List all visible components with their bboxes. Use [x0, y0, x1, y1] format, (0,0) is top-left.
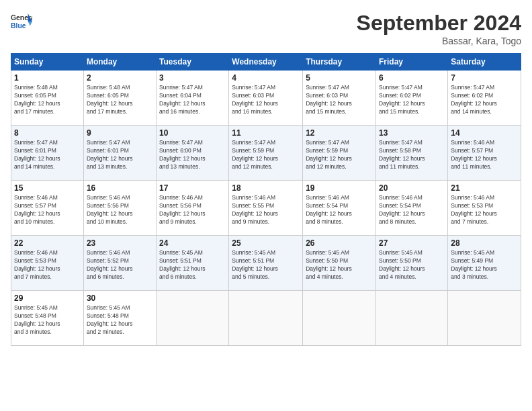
day-number: 16: [87, 183, 153, 193]
day-number: 1: [14, 73, 81, 83]
day-info: Sunrise: 5:46 AMSunset: 5:53 PMDaylight:…: [451, 194, 518, 226]
calendar-cell: 1Sunrise: 5:48 AMSunset: 6:05 PMDaylight…: [11, 71, 84, 126]
day-info: Sunrise: 5:46 AMSunset: 5:57 PMDaylight:…: [14, 194, 81, 226]
day-info: Sunrise: 5:46 AMSunset: 5:56 PMDaylight:…: [159, 194, 226, 226]
col-saturday: Saturday: [448, 54, 521, 71]
calendar-cell: 3Sunrise: 5:47 AMSunset: 6:04 PMDaylight…: [157, 71, 229, 126]
day-info: Sunrise: 5:45 AMSunset: 5:48 PMDaylight:…: [87, 304, 153, 336]
day-number: 27: [379, 238, 445, 248]
day-number: 26: [306, 238, 373, 248]
calendar-cell: 27Sunrise: 5:45 AMSunset: 5:50 PMDayligh…: [376, 236, 448, 291]
day-info: Sunrise: 5:48 AMSunset: 6:05 PMDaylight:…: [14, 84, 81, 116]
day-info: Sunrise: 5:45 AMSunset: 5:49 PMDaylight:…: [451, 249, 518, 281]
svg-marker-3: [28, 21, 32, 26]
calendar-cell: 9Sunrise: 5:47 AMSunset: 6:01 PMDaylight…: [83, 126, 156, 181]
calendar-cell: 4Sunrise: 5:47 AMSunset: 6:03 PMDaylight…: [229, 71, 303, 126]
day-number: 3: [159, 73, 226, 83]
logo-icon: General Blue: [11, 11, 32, 32]
day-number: 14: [451, 128, 518, 138]
calendar-cell: 24Sunrise: 5:45 AMSunset: 5:51 PMDayligh…: [157, 236, 229, 291]
header: General Blue September 2024 Bassar, Kara…: [11, 11, 521, 46]
day-number: 15: [14, 183, 81, 193]
calendar-cell: 21Sunrise: 5:46 AMSunset: 5:53 PMDayligh…: [448, 181, 521, 236]
day-number: 13: [379, 128, 445, 138]
day-info: Sunrise: 5:47 AMSunset: 6:03 PMDaylight:…: [306, 84, 373, 116]
day-number: 19: [306, 183, 373, 193]
day-number: 29: [14, 293, 81, 303]
calendar-cell: 25Sunrise: 5:45 AMSunset: 5:51 PMDayligh…: [229, 236, 303, 291]
day-number: 22: [14, 238, 81, 248]
day-number: 11: [232, 128, 300, 138]
calendar-cell: 19Sunrise: 5:46 AMSunset: 5:54 PMDayligh…: [303, 181, 376, 236]
col-sunday: Sunday: [11, 54, 84, 71]
day-info: Sunrise: 5:47 AMSunset: 6:02 PMDaylight:…: [379, 84, 445, 116]
day-number: 6: [379, 73, 445, 83]
day-info: Sunrise: 5:47 AMSunset: 5:58 PMDaylight:…: [379, 139, 445, 171]
day-number: 9: [87, 128, 153, 138]
day-number: 4: [232, 73, 300, 83]
logo: General Blue: [11, 11, 32, 32]
calendar-cell: 18Sunrise: 5:46 AMSunset: 5:55 PMDayligh…: [229, 181, 303, 236]
day-info: Sunrise: 5:46 AMSunset: 5:56 PMDaylight:…: [87, 194, 153, 226]
col-friday: Friday: [376, 54, 448, 71]
day-number: 12: [306, 128, 373, 138]
calendar-cell: 10Sunrise: 5:47 AMSunset: 6:00 PMDayligh…: [157, 126, 229, 181]
day-number: 20: [379, 183, 445, 193]
calendar-week-1: 1Sunrise: 5:48 AMSunset: 6:05 PMDaylight…: [11, 71, 521, 126]
calendar-cell: [448, 291, 521, 346]
calendar-cell: 30Sunrise: 5:45 AMSunset: 5:48 PMDayligh…: [83, 291, 156, 346]
calendar-cell: [157, 291, 229, 346]
day-number: 8: [14, 128, 81, 138]
day-info: Sunrise: 5:46 AMSunset: 5:57 PMDaylight:…: [451, 139, 518, 171]
calendar-cell: 26Sunrise: 5:45 AMSunset: 5:50 PMDayligh…: [303, 236, 376, 291]
calendar-header-row: Sunday Monday Tuesday Wednesday Thursday…: [11, 54, 521, 71]
day-info: Sunrise: 5:47 AMSunset: 6:01 PMDaylight:…: [87, 139, 153, 171]
calendar-cell: 8Sunrise: 5:47 AMSunset: 6:01 PMDaylight…: [11, 126, 84, 181]
day-number: 5: [306, 73, 373, 83]
calendar-cell: 6Sunrise: 5:47 AMSunset: 6:02 PMDaylight…: [376, 71, 448, 126]
page: General Blue September 2024 Bassar, Kara…: [0, 0, 532, 411]
day-number: 10: [159, 128, 226, 138]
day-info: Sunrise: 5:47 AMSunset: 6:02 PMDaylight:…: [451, 84, 518, 116]
day-number: 30: [87, 293, 153, 303]
col-thursday: Thursday: [303, 54, 376, 71]
col-monday: Monday: [83, 54, 156, 71]
calendar-cell: [303, 291, 376, 346]
day-info: Sunrise: 5:45 AMSunset: 5:48 PMDaylight:…: [14, 304, 81, 336]
calendar-cell: 28Sunrise: 5:45 AMSunset: 5:49 PMDayligh…: [448, 236, 521, 291]
calendar-cell: 22Sunrise: 5:46 AMSunset: 5:53 PMDayligh…: [11, 236, 84, 291]
svg-text:Blue: Blue: [11, 22, 26, 30]
day-info: Sunrise: 5:45 AMSunset: 5:51 PMDaylight:…: [232, 249, 300, 281]
calendar-cell: 5Sunrise: 5:47 AMSunset: 6:03 PMDaylight…: [303, 71, 376, 126]
calendar-cell: 13Sunrise: 5:47 AMSunset: 5:58 PMDayligh…: [376, 126, 448, 181]
day-info: Sunrise: 5:46 AMSunset: 5:54 PMDaylight:…: [306, 194, 373, 226]
day-number: 28: [451, 238, 518, 248]
day-number: 24: [159, 238, 226, 248]
day-info: Sunrise: 5:46 AMSunset: 5:52 PMDaylight:…: [87, 249, 153, 281]
col-wednesday: Wednesday: [229, 54, 303, 71]
day-info: Sunrise: 5:47 AMSunset: 5:59 PMDaylight:…: [232, 139, 300, 171]
calendar: Sunday Monday Tuesday Wednesday Thursday…: [11, 53, 521, 346]
calendar-cell: 23Sunrise: 5:46 AMSunset: 5:52 PMDayligh…: [83, 236, 156, 291]
calendar-week-4: 22Sunrise: 5:46 AMSunset: 5:53 PMDayligh…: [11, 236, 521, 291]
day-info: Sunrise: 5:45 AMSunset: 5:50 PMDaylight:…: [306, 249, 373, 281]
title-block: September 2024 Bassar, Kara, Togo: [357, 11, 521, 46]
col-tuesday: Tuesday: [157, 54, 229, 71]
calendar-cell: 20Sunrise: 5:46 AMSunset: 5:54 PMDayligh…: [376, 181, 448, 236]
day-number: 2: [87, 73, 153, 83]
day-number: 23: [87, 238, 153, 248]
day-number: 25: [232, 238, 300, 248]
location: Bassar, Kara, Togo: [357, 36, 521, 46]
calendar-week-3: 15Sunrise: 5:46 AMSunset: 5:57 PMDayligh…: [11, 181, 521, 236]
day-number: 7: [451, 73, 518, 83]
day-info: Sunrise: 5:45 AMSunset: 5:51 PMDaylight:…: [159, 249, 226, 281]
day-info: Sunrise: 5:47 AMSunset: 6:00 PMDaylight:…: [159, 139, 226, 171]
calendar-cell: 14Sunrise: 5:46 AMSunset: 5:57 PMDayligh…: [448, 126, 521, 181]
day-info: Sunrise: 5:47 AMSunset: 6:04 PMDaylight:…: [159, 84, 226, 116]
day-info: Sunrise: 5:46 AMSunset: 5:54 PMDaylight:…: [379, 194, 445, 226]
calendar-cell: 15Sunrise: 5:46 AMSunset: 5:57 PMDayligh…: [11, 181, 84, 236]
calendar-cell: 17Sunrise: 5:46 AMSunset: 5:56 PMDayligh…: [157, 181, 229, 236]
month-title: September 2024: [357, 11, 521, 36]
day-info: Sunrise: 5:47 AMSunset: 5:59 PMDaylight:…: [306, 139, 373, 171]
day-number: 18: [232, 183, 300, 193]
